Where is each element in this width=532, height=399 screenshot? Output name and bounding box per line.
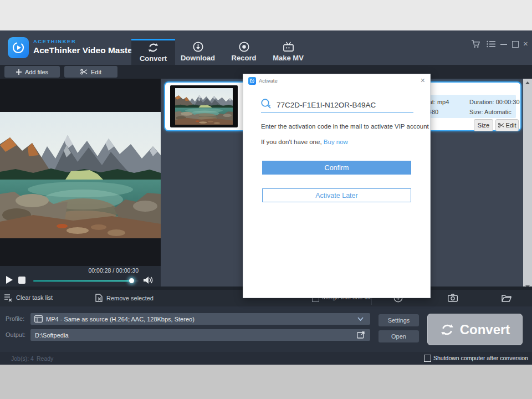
profile-dropdown[interactable]: MP4 - Same as source (H.264; AAC, 128Kbp… <box>30 313 370 325</box>
menu-icon[interactable] <box>487 40 495 48</box>
output-path-value: D:\Softpedia <box>35 332 69 339</box>
tv-icon <box>283 42 294 52</box>
scroll-up-icon[interactable] <box>523 79 532 86</box>
tab-make-mv[interactable]: Make MV <box>268 39 309 65</box>
settings-button[interactable]: Settings <box>378 314 419 326</box>
open-folder-icon[interactable] <box>502 294 511 302</box>
open-button[interactable]: Open <box>378 330 419 342</box>
profile-value: MP4 - Same as source (H.264; AAC, 128Kbp… <box>46 316 195 323</box>
cart-icon[interactable] <box>471 40 480 48</box>
app-title: AceThinker Video Master <box>33 45 136 55</box>
size-button[interactable]: Size <box>474 119 493 131</box>
no-code-text: If you don't have one, <box>261 139 322 145</box>
clear-task-list-button[interactable]: Clear task list <box>4 294 53 301</box>
minimize-icon[interactable] <box>500 44 507 45</box>
edit-label: Edit <box>91 69 101 75</box>
remove-selected-label: Remove selected <box>106 295 154 301</box>
file-size: Size: Automatic <box>469 109 511 115</box>
tab-download[interactable]: Download <box>176 39 220 65</box>
play-button[interactable] <box>6 276 13 284</box>
size-button-label: Size <box>478 122 489 129</box>
record-icon <box>239 42 249 52</box>
task-scrollbar[interactable] <box>523 79 532 290</box>
dialog-close-icon[interactable]: × <box>421 76 425 85</box>
seek-handle[interactable] <box>129 278 134 283</box>
volume-icon[interactable] <box>144 276 154 284</box>
seek-bar[interactable] <box>33 280 139 282</box>
tab-convert-label: Convert <box>140 54 167 63</box>
activation-code-input[interactable] <box>275 98 416 112</box>
desktop-margin-bottom <box>0 365 532 399</box>
download-icon <box>193 42 203 52</box>
tab-make-mv-label: Make MV <box>273 54 304 62</box>
tab-record-label: Record <box>232 54 257 62</box>
activate-later-label: Activate Later <box>315 192 357 200</box>
file-duration: Duration: 00:00:30 <box>469 99 520 105</box>
scissors-icon <box>80 69 88 75</box>
remove-selected-button[interactable]: Remove selected <box>95 294 154 302</box>
tab-convert[interactable]: Convert <box>131 39 175 65</box>
activation-search-icon <box>260 98 272 110</box>
profile-format-icon <box>34 315 43 323</box>
no-code-line: If you don't have one, Buy now <box>261 139 348 145</box>
settings-label: Settings <box>388 317 410 324</box>
tab-record[interactable]: Record <box>220 39 268 65</box>
open-label: Open <box>391 333 406 340</box>
scissors-icon <box>498 122 504 128</box>
activate-later-button[interactable]: Activate Later <box>262 188 411 202</box>
add-files-button[interactable]: Add files <box>4 66 60 78</box>
plus-icon <box>16 69 22 75</box>
output-path-field[interactable]: D:\Softpedia <box>30 329 370 341</box>
close-window-icon[interactable]: × <box>523 40 528 48</box>
activate-dialog: Activate × Enter the activation code in … <box>243 74 431 298</box>
output-label: Output: <box>6 331 25 338</box>
dialog-logo-icon <box>248 77 256 85</box>
profile-label: Profile: <box>6 315 24 322</box>
shutdown-label: Shutdown computer after conversion <box>433 355 528 361</box>
convert-button-label: Convert <box>460 322 510 337</box>
input-underline <box>261 112 413 112</box>
chevron-down-icon <box>357 317 364 321</box>
snapshot-camera-icon[interactable] <box>448 294 458 302</box>
confirm-button[interactable]: Confirm <box>262 161 411 175</box>
maximize-icon[interactable] <box>512 41 519 48</box>
time-display: 00:00:28 / 00:00:30 <box>33 267 139 274</box>
brand-small: ACETHINKER <box>33 38 76 44</box>
video-frame <box>0 112 161 238</box>
shutdown-checkbox[interactable] <box>424 355 431 362</box>
stop-button[interactable] <box>18 277 25 284</box>
convert-icon <box>440 323 454 336</box>
clear-task-list-label: Clear task list <box>16 294 53 301</box>
convert-button[interactable]: Convert <box>427 314 523 345</box>
remove-file-icon <box>95 294 103 302</box>
dialog-title: Activate <box>259 78 278 84</box>
dialog-instruction: Enter the activation code in the mail to… <box>261 123 429 130</box>
browse-icon <box>357 331 365 339</box>
jobs-count: Job(s): 4 <box>11 355 34 362</box>
edit-button[interactable]: Edit <box>64 66 117 78</box>
row-edit-label: Edit <box>506 122 516 129</box>
desktop-margin-top <box>0 0 532 30</box>
clear-list-icon <box>4 294 12 301</box>
buy-now-link[interactable]: Buy now <box>324 139 348 145</box>
confirm-label: Confirm <box>325 164 349 172</box>
video-thumbnail <box>170 85 238 127</box>
row-edit-button[interactable]: Edit <box>495 119 519 131</box>
tab-download-label: Download <box>181 54 215 62</box>
status-text: Ready <box>37 355 53 362</box>
add-files-label: Add files <box>25 69 48 75</box>
screen: ACETHINKER AceThinker Video Master Conve… <box>0 0 532 399</box>
app-logo-icon <box>8 37 29 58</box>
convert-icon <box>147 43 159 53</box>
